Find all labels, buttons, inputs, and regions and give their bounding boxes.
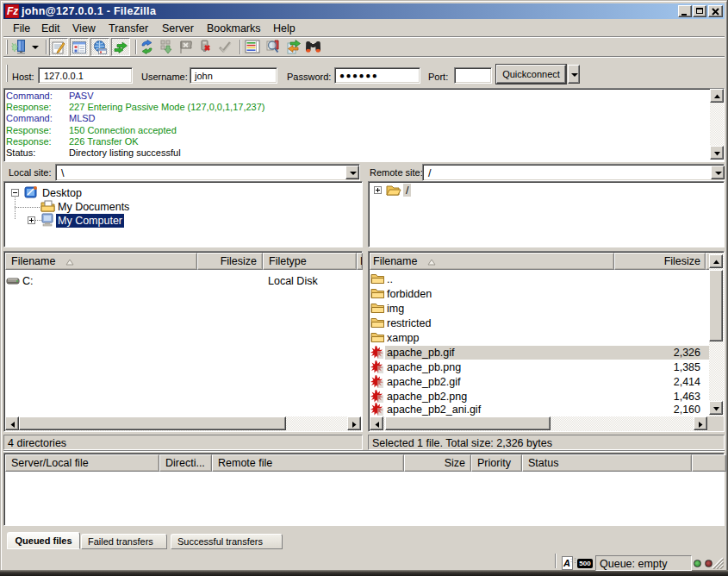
svg-text:Fz: Fz [7, 5, 18, 17]
